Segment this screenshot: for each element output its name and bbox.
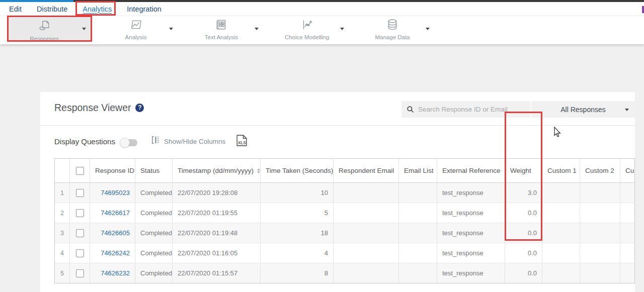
row-checkbox[interactable] [76,249,84,257]
filter-dropdown-caret [625,109,629,111]
help-icon[interactable]: ? [135,104,144,112]
cell-weight: 0.0 [505,263,542,283]
response-id-link[interactable]: 74626242 [101,249,130,257]
response-filter-dropdown[interactable]: All Responses [531,101,635,118]
cell-email_list [399,223,437,243]
cell-email_list [399,183,437,203]
table-row: 474626242Completed22/07/2020 01:16:054te… [55,243,634,263]
analysis-dropdown-caret[interactable] [169,28,173,30]
cell-status: Completed [135,263,173,283]
show-hide-columns-button[interactable]: Show/Hide Columns [164,138,225,145]
header-divider [40,125,635,126]
cell-time_taken: 4 [261,243,334,263]
cell-status: Completed [135,183,173,203]
column-header-response_id[interactable]: Response ID [90,159,135,182]
response-id-link[interactable]: 74695023 [101,189,130,197]
sort-icon[interactable] [257,168,260,173]
table-row: 574626232Completed22/07/2020 01:15:578te… [55,263,634,283]
analysis-icon [129,18,142,33]
cell-custom3 [620,223,635,243]
nav-tab-integration[interactable]: Integration [127,5,162,13]
response-id-link[interactable]: 74626617 [101,209,130,217]
cell-external_reference: test_response [437,183,505,203]
toolbar-item-text-analysis[interactable]: Text Analysis [191,18,252,40]
app-window: Edit Distribute Analytics Integration Re… [0,0,644,292]
toolbar-item-label: Analysis [125,34,147,40]
column-header-label: Status [140,167,159,174]
column-header-checkbox[interactable] [70,159,90,182]
cell-timestamp: 22/07/2020 19:28:08 [173,183,261,203]
response-id-link[interactable]: 74626605 [101,229,130,237]
search-box [401,101,530,118]
column-header-timestamp[interactable]: Timestamp (dd/mm/yyyy) [173,159,261,182]
row-number: 3 [60,230,64,237]
cell-timestamp: 22/07/2020 01:16:05 [173,243,261,263]
toolbar-item-label: Text Analysis [205,34,238,40]
cell-response_id: 74626242 [90,243,135,263]
column-header-status: Status [135,159,173,182]
toolbar-item-responses[interactable]: Responses [14,20,74,42]
export-xls-button[interactable]: XLS [235,134,248,149]
toolbar-item-label: Choice Modelling [285,34,329,40]
row-checkbox[interactable] [76,209,84,217]
cell-checkbox [70,223,90,243]
cell-custom2 [580,223,620,243]
svg-text:XLS: XLS [238,140,247,145]
cell-custom1 [542,263,580,283]
choice-modelling-dropdown-caret[interactable] [340,28,344,30]
manage-data-dropdown-caret[interactable] [426,28,430,30]
toggle-knob [120,138,130,148]
row-number: 4 [60,250,64,257]
column-header-label: Response ID [95,167,134,174]
cell-custom3 [620,203,635,223]
toolbar-item-analysis[interactable]: Analysis [106,18,166,40]
table-row: 274626617Completed22/07/2020 01:19:555te… [55,203,634,223]
analytics-toolbar: Responses Analysis Text Analysis Choice … [0,16,644,44]
cell-respondent_email [334,203,399,223]
cell-custom3 [620,183,635,203]
text-analysis-dropdown-caret[interactable] [255,28,259,30]
toolbar-item-manage-data[interactable]: Manage Data [362,18,423,40]
cell-custom2 [580,263,620,283]
row-checkbox[interactable] [76,189,84,197]
column-header-label: External Reference [442,167,501,174]
row-checkbox[interactable] [76,269,84,277]
table-row: 374626605Completed22/07/2020 01:19:4818t… [55,223,634,243]
column-header-label: Email List [404,167,434,174]
manage-data-icon [386,18,399,33]
table-row: 174695023Completed22/07/2020 19:28:0810t… [55,183,634,203]
select-all-checkbox[interactable] [76,167,84,175]
response-id-link[interactable]: 74626232 [101,269,130,277]
toolbar-item-choice-modelling[interactable]: Choice Modelling [277,18,337,40]
show-hide-columns-icon[interactable] [151,135,160,147]
cell-respondent_email [334,223,399,243]
cell-external_reference: test_response [437,243,505,263]
column-header-email_list: Email List [399,159,437,182]
cell-timestamp: 22/07/2020 01:15:57 [173,263,261,283]
cell-checkbox [70,183,90,203]
cell-time_taken: 8 [261,263,334,283]
column-header-label: Custom 1 [547,167,577,174]
column-header-time_taken[interactable]: Time Taken (Seconds) [261,159,334,182]
cell-status: Completed [135,223,173,243]
column-header-custom2: Custom 2 [580,159,620,182]
column-header-num [55,159,70,182]
search-input[interactable] [418,106,525,113]
responses-dropdown-caret[interactable] [82,28,86,30]
column-header-label: Time Taken (Seconds) [266,167,333,174]
column-header-label: Cus [625,167,635,174]
cell-status: Completed [135,203,173,223]
display-questions-toggle[interactable] [121,139,137,146]
cell-timestamp: 22/07/2020 01:19:48 [173,223,261,243]
cell-custom1 [542,183,580,203]
response-filter-value: All Responses [560,106,606,114]
row-checkbox[interactable] [76,229,84,237]
column-header-custom3: Cus [620,159,635,182]
nav-tab-edit[interactable]: Edit [9,5,22,13]
nav-tab-analytics[interactable]: Analytics [83,5,112,13]
column-header-label: Weight [510,167,531,174]
nav-tab-distribute[interactable]: Distribute [37,5,67,13]
cell-num: 3 [55,223,70,243]
cell-response_id: 74626605 [90,223,135,243]
cell-num: 4 [55,243,70,263]
